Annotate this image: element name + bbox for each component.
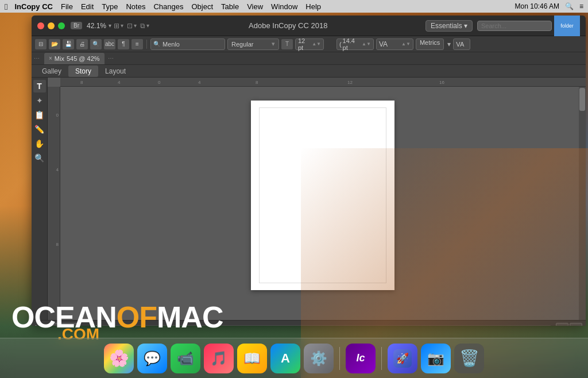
traffic-lights <box>37 22 65 29</box>
dock-separator-2 <box>381 347 382 370</box>
dock-item-ibooks[interactable]: 📖 <box>237 344 267 373</box>
folder-panel[interactable]: folder <box>554 16 580 36</box>
toolbar-align-icon[interactable]: ≡ <box>131 39 143 49</box>
view-icon-3[interactable]: ⊡ <box>127 22 133 30</box>
kerning-select[interactable]: VA ▲▼ <box>376 38 413 50</box>
window-titlebar: Br 42.1% ▾ ⊞ ▾ ⊡ ▾ ⧉ ▾ Adobe InCopy CC 2… <box>32 16 586 36</box>
br-badge: Br <box>71 22 82 29</box>
leading-label <box>326 41 334 47</box>
metrics-button[interactable]: Metrics <box>416 38 444 50</box>
view-mode-split[interactable]: ⊞ <box>570 323 582 326</box>
ruler-mark-neg8: 8 <box>80 80 83 85</box>
toolbar: ⊟ 📂 💾 🖨 🔍 abc ¶ ≡ 🔍 Menlo Regular ▾ T 12… <box>32 36 586 52</box>
metrics-dropdown-icon[interactable]: ▾ <box>447 40 451 48</box>
font-search-box[interactable]: 🔍 Menlo <box>150 38 225 50</box>
canvas-area[interactable]: 8 4 0 4 8 12 16 0 4 8 <box>48 78 586 320</box>
dock-item-itunes[interactable]: 🎵 <box>204 344 234 373</box>
kerning-spinners[interactable]: ▲▼ <box>401 41 411 47</box>
menu-view[interactable]: View <box>247 2 263 11</box>
leading-spinners[interactable]: ▲▼ <box>362 41 371 47</box>
dock-item-trash[interactable]: 🗑️ <box>454 344 484 373</box>
tracking-input[interactable]: VA <box>453 38 470 50</box>
essentials-button[interactable]: Essentials ▾ <box>425 20 473 32</box>
tab-layout[interactable]: Layout <box>98 65 133 77</box>
desktop: OCEANOFMAC .COM Br 42.1% ▾ ⊞ ▾ ⊡ ▾ ⧉ ▾ A… <box>0 13 588 378</box>
dock-item-appstore[interactable]: A <box>270 344 300 373</box>
menu-help[interactable]: Help <box>305 2 321 11</box>
menubar-list-icon[interactable]: ≡ <box>579 2 583 10</box>
menu-window[interactable]: Window <box>271 2 297 11</box>
tool-zoom[interactable]: 🔍 <box>33 152 46 164</box>
view-icon-4[interactable]: ▾ <box>134 22 137 29</box>
tool-type[interactable]: T <box>33 80 46 92</box>
apple-logo-icon[interactable]:  <box>5 2 7 11</box>
menu-app-name[interactable]: InCopy CC <box>14 2 52 11</box>
dock-separator <box>339 347 340 370</box>
menu-changes[interactable]: Changes <box>153 2 183 11</box>
view-mode-normal[interactable]: ⊟ <box>556 323 568 326</box>
ruler-mark-0: 0 <box>158 80 160 85</box>
ruler-left: 0 4 8 <box>48 87 60 320</box>
vertical-scrollbar[interactable] <box>579 87 586 320</box>
toolbar-icon-4[interactable]: 🖨 <box>76 39 88 49</box>
menu-type[interactable]: Type <box>102 2 118 11</box>
menubar-search-icon[interactable]: 🔍 <box>565 2 574 10</box>
tool-select[interactable]: ✦ <box>33 94 46 107</box>
svg-text:🚀: 🚀 <box>396 352 409 365</box>
panel-collapse-icon[interactable]: ⋯ <box>108 55 114 61</box>
doc-tab-close-icon[interactable]: × <box>49 55 52 61</box>
close-button[interactable] <box>37 22 44 29</box>
menu-file[interactable]: File <box>61 2 73 11</box>
menu-table[interactable]: Table <box>221 2 239 11</box>
doc-tab-row: ⋯ × Mix 545 @ 42% ⋯ <box>32 52 586 65</box>
tool-hand[interactable]: ✋ <box>33 137 46 150</box>
doc-tab-name: Mix <box>55 55 64 62</box>
ruler-mark-neg4: 4 <box>118 80 120 85</box>
toolbar-spell-icon[interactable]: abc <box>104 39 115 49</box>
font-size-select[interactable]: 12 pt ▲▼ <box>295 38 324 50</box>
scrollbar-thumb[interactable] <box>579 88 585 111</box>
leading-select[interactable]: ( 14.4 pt ▲▼ <box>336 38 374 50</box>
size-spinners[interactable]: ▲▼ <box>312 41 321 47</box>
dock-item-photos[interactable]: 🌸 <box>104 344 134 373</box>
ruler-mark-16: 16 <box>439 80 444 85</box>
toolbar-find-icon[interactable]: 🔍 <box>90 39 102 49</box>
view-tabs: Galley Story Layout <box>32 65 586 78</box>
toolbar-icon-2[interactable]: 📂 <box>49 39 60 49</box>
view-icon-2[interactable]: ▾ <box>121 22 123 29</box>
toolbar-para-icon[interactable]: ¶ <box>118 39 129 49</box>
tab-galley[interactable]: Galley <box>35 65 68 77</box>
font-name: Menlo <box>163 41 180 48</box>
tool-pencil[interactable]: ✏️ <box>33 123 46 136</box>
page-content[interactable] <box>259 107 386 283</box>
view-icon-1[interactable]: ⊞ <box>114 22 119 30</box>
ruler-mark-12: 12 <box>347 80 353 85</box>
dock-item-messages[interactable]: 💬 <box>137 344 167 373</box>
dock-item-photos2[interactable]: 📷 <box>421 344 451 373</box>
view-icon-5[interactable]: ⧉ <box>140 22 145 30</box>
dock-item-facetime[interactable]: 📹 <box>171 344 200 373</box>
zoom-dropdown-icon[interactable]: ▾ <box>109 22 111 29</box>
menu-object[interactable]: Object <box>192 2 214 11</box>
toolbar-icon-1[interactable]: ⊟ <box>35 39 47 49</box>
tool-note[interactable]: 📋 <box>33 109 46 121</box>
dock-item-incopy[interactable]: Ic <box>346 344 376 373</box>
zoom-button[interactable] <box>58 22 65 29</box>
style-dropdown-icon: ▾ <box>272 40 275 48</box>
view-icon-6[interactable]: ▾ <box>146 22 149 29</box>
doc-tabs: × Mix 545 @ 42% ⋯ <box>42 52 586 65</box>
doc-tab-mix[interactable]: × Mix 545 @ 42% <box>44 53 105 64</box>
va-icon: VA <box>379 40 388 48</box>
dock-item-settings[interactable]: ⚙️ <box>304 344 334 373</box>
minimize-button[interactable] <box>48 22 55 29</box>
menu-edit[interactable]: Edit <box>81 2 94 11</box>
tab-story[interactable]: Story <box>68 65 98 77</box>
menu-notes[interactable]: Notes <box>126 2 145 11</box>
ruler-top: 8 4 0 4 8 12 16 <box>60 78 586 87</box>
font-size-icon: T <box>281 39 293 49</box>
panel-toggle-btn[interactable]: ⋯ <box>32 52 42 65</box>
font-style-select[interactable]: Regular ▾ <box>227 38 279 50</box>
toolbar-icon-3[interactable]: 💾 <box>63 39 74 49</box>
dock-item-launchpad[interactable]: 🚀 <box>388 344 417 373</box>
search-input[interactable] <box>477 21 552 31</box>
